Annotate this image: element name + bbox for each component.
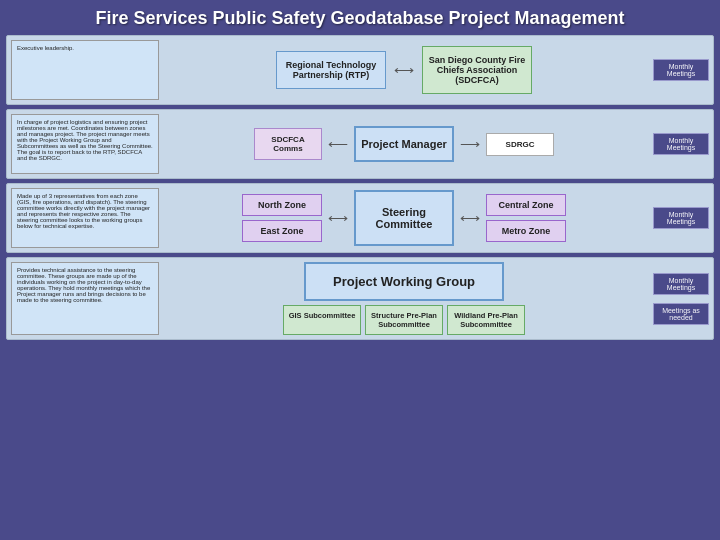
zones-left: North Zone East Zone [242, 194, 322, 242]
row3-description: Made up of 3 representatives from each z… [11, 188, 159, 248]
pwg-section: Project Working Group GIS Subcommittee S… [163, 262, 645, 335]
row1-desc-text: Executive leadership. [17, 45, 74, 51]
rtp-box: Regional Technology Partnership (RTP) [276, 51, 386, 89]
north-zone-box: North Zone [242, 194, 322, 216]
arrow-comms-pm: ⟵ [328, 136, 348, 152]
row4-desc-text: Provides technical assistance to the ste… [17, 267, 150, 303]
metro-zone-box: Metro Zone [486, 220, 566, 242]
wildland-subcommittee-box: Wildland Pre-Plan Subcommittee [447, 305, 525, 335]
row1-monthly: Monthly Meetings [653, 59, 709, 81]
arrow-steering-zones-right: ⟷ [460, 210, 480, 226]
east-zone-box: East Zone [242, 220, 322, 242]
row2-desc-text: In charge of project logistics and ensur… [17, 119, 153, 161]
row4-monthly: Monthly Meetings [653, 273, 709, 295]
row2-description: In charge of project logistics and ensur… [11, 114, 159, 174]
structure-subcommittee-box: Structure Pre-Plan Subcommittee [365, 305, 443, 335]
sdcfca-box: San Diego County Fire Chiefs Association… [422, 46, 532, 94]
project-manager-box: Project Manager [354, 126, 454, 162]
row2-monthly: Monthly Meetings [653, 133, 709, 155]
arrow-pm-sdrgc: ⟶ [460, 136, 480, 152]
sdcfca-comms-box: SDCFCA Comms [254, 128, 322, 160]
arrow-rtp-sdcfca: ⟷ [394, 62, 414, 78]
central-zone-box: Central Zone [486, 194, 566, 216]
gis-subcommittee-box: GIS Subcommittee [283, 305, 361, 335]
row3-desc-text: Made up of 3 representatives from each z… [17, 193, 150, 229]
steering-committee-box: Steering Committee [354, 190, 454, 246]
arrow-zones-steering-left: ⟷ [328, 210, 348, 226]
row1-description: Executive leadership. [11, 40, 159, 100]
zones-right: Central Zone Metro Zone [486, 194, 566, 242]
row3-monthly: Monthly Meetings [653, 207, 709, 229]
sdrgc-box: SDRGC [486, 133, 554, 156]
row4-meetings-needed: Meetings as needed [653, 303, 709, 325]
row4-description: Provides technical assistance to the ste… [11, 262, 159, 335]
project-working-group-box: Project Working Group [304, 262, 504, 301]
page-title: Fire Services Public Safety Geodatabase … [0, 0, 720, 35]
subcommittees-row: GIS Subcommittee Structure Pre-Plan Subc… [283, 305, 525, 335]
